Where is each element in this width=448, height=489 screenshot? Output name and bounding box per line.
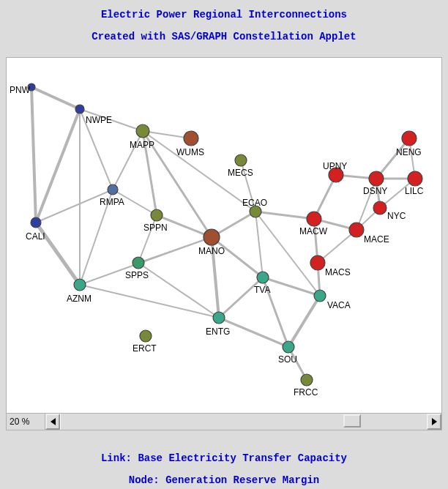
node-label-NENG: NENG (396, 147, 422, 157)
node-FRCC[interactable] (301, 374, 313, 386)
node-label-WUMS: WUMS (176, 147, 204, 157)
page-subtitle: Created with SAS/GRAPH Constellation App… (0, 31, 448, 42)
edge-TVA-VACA (263, 277, 320, 296)
node-label-DSNY: DSNY (363, 186, 387, 196)
node-CALI[interactable] (31, 217, 41, 228)
node-label-VACA: VACA (327, 300, 351, 310)
scroll-track[interactable] (60, 414, 427, 430)
node-SPPN[interactable] (151, 209, 163, 221)
node-MAPP[interactable] (136, 124, 149, 138)
node-label-SPPS: SPPS (125, 270, 149, 280)
node-label-MACW: MACW (299, 226, 327, 236)
node-label-FRCC: FRCC (294, 387, 318, 397)
edge-NWPE-CALI (36, 109, 80, 223)
arrow-right-icon (432, 418, 437, 425)
edge-SPPS-ENTG (138, 263, 219, 318)
node-label-PNW: PNW (10, 85, 30, 95)
node-label-RMPA: RMPA (100, 197, 124, 207)
node-TVA[interactable] (257, 272, 269, 283)
node-legend: Node: Generation Reserve Margin (0, 474, 448, 486)
edge-DSNY-NENG (376, 138, 409, 179)
node-SPPS[interactable] (132, 257, 144, 269)
node-label-TVA: TVA (254, 285, 270, 295)
node-label-MACE: MACE (364, 234, 389, 244)
scroll-left-button[interactable] (45, 414, 60, 430)
node-WUMS[interactable] (184, 131, 198, 146)
network-graph[interactable]: PNWNWPEMAPPWUMSNENGMECSRMPAUPNYDSNYLILCN… (7, 58, 441, 414)
node-MACE[interactable] (349, 223, 364, 237)
edge-ECAO-TVA (255, 212, 263, 277)
node-NENG[interactable] (402, 131, 417, 146)
node-LILC[interactable] (408, 171, 422, 186)
node-label-MACS: MACS (325, 267, 351, 277)
node-MECS[interactable] (235, 154, 247, 166)
scroll-right-button[interactable] (427, 414, 441, 430)
node-label-ENTG: ENTG (206, 326, 230, 337)
chart-frame: PNWNWPEMAPPWUMSNENGMECSRMPAUPNYDSNYLILCN… (6, 57, 442, 430)
node-RMPA[interactable] (108, 184, 118, 195)
node-label-ECAO: ECAO (242, 198, 267, 208)
node-label-MECS: MECS (228, 168, 253, 178)
node-ENTG[interactable] (213, 312, 225, 324)
node-MACW[interactable] (307, 212, 321, 226)
zoom-percent-label: 20 % (7, 414, 45, 430)
node-label-SPPN: SPPN (143, 223, 168, 233)
node-NYC[interactable] (373, 201, 387, 214)
node-label-NWPE: NWPE (86, 115, 112, 125)
edge-PNW-CALI (31, 87, 36, 223)
node-AZNM[interactable] (74, 279, 86, 291)
node-NWPE[interactable] (75, 105, 84, 113)
zoom-scrollbar: 20 % (7, 413, 441, 430)
link-legend: Link: Base Electricity Transfer Capacity (0, 452, 448, 464)
node-label-ERCT: ERCT (132, 343, 157, 354)
page-title: Electric Power Regional Interconnections (0, 9, 448, 20)
node-DSNY[interactable] (369, 171, 384, 186)
node-label-MAPP: MAPP (130, 140, 154, 150)
arrow-left-icon (51, 418, 56, 425)
edge-ECAO-MACW (255, 212, 314, 219)
edge-MANO-TVA (212, 237, 263, 277)
node-label-LILC: LILC (405, 186, 423, 196)
node-label-CALI: CALI (26, 231, 45, 242)
node-label-NYC: NYC (387, 211, 406, 221)
node-label-AZNM: AZNM (67, 294, 92, 304)
node-label-UPNY: UPNY (323, 161, 347, 171)
node-MANO[interactable] (204, 229, 220, 245)
edge-AZNM-ENTG (80, 285, 219, 318)
node-SOU[interactable] (283, 341, 294, 353)
edge-TVA-ENTG (219, 277, 263, 318)
node-VACA[interactable] (314, 290, 326, 302)
node-label-SOU: SOU (278, 354, 297, 365)
edge-VACA-SOU (288, 296, 320, 347)
node-label-MANO: MANO (198, 246, 225, 256)
edge-PNW-NWPE (31, 87, 80, 109)
node-MACS[interactable] (310, 255, 325, 270)
page: Electric Power Regional Interconnections… (0, 0, 448, 489)
node-ERCT[interactable] (140, 330, 152, 342)
scroll-thumb[interactable] (343, 414, 361, 428)
